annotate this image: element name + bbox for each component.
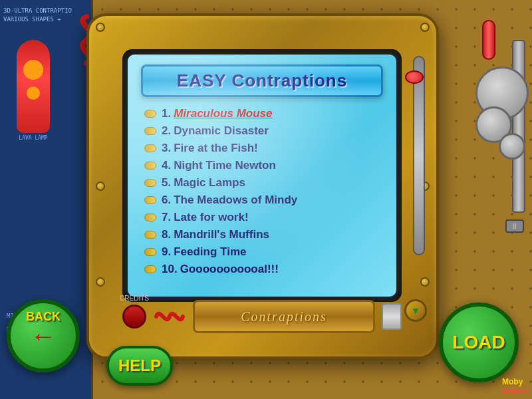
level-name: Late for work! xyxy=(174,211,248,224)
slider-down-arrow[interactable]: ▼ xyxy=(404,299,427,322)
level-name: The Meadows of Mindy xyxy=(174,194,297,207)
tv-screen: EASY Contraptions 1. Miraculous Mouse 2.… xyxy=(128,55,396,297)
screen-bezel: EASY Contraptions 1. Miraculous Mouse 2.… xyxy=(122,49,402,302)
list-item[interactable]: 8. Mandrill's Muffins xyxy=(141,226,383,243)
level-number: 3. xyxy=(162,142,171,155)
level-icon xyxy=(144,179,156,187)
level-icon xyxy=(144,196,156,204)
slider-track[interactable] xyxy=(413,56,425,255)
credits-button[interactable]: CREDITS xyxy=(122,305,146,329)
slider-knob[interactable] xyxy=(405,70,424,84)
rivet xyxy=(96,182,105,191)
level-name: Dynamic Disaster xyxy=(174,124,269,138)
level-icon xyxy=(144,248,156,256)
level-number: 5. xyxy=(162,176,171,190)
level-number: 1. xyxy=(162,107,171,120)
level-number: 8. xyxy=(162,228,171,241)
list-item[interactable]: 6. The Meadows of Mindy xyxy=(141,192,383,209)
level-icon xyxy=(144,144,156,152)
level-name: Gooooooooooal!!! xyxy=(180,263,279,276)
load-label: LOAD xyxy=(452,332,505,353)
rivet xyxy=(96,277,105,287)
logo-plate: Contraptions xyxy=(193,300,375,333)
tv-bottom-controls: CREDITS Contraptions xyxy=(122,287,402,346)
level-number: 2. xyxy=(162,124,171,138)
screen-title: EASY Contraptions xyxy=(177,70,347,90)
list-item[interactable]: 10. Gooooooooooal!!! xyxy=(141,261,383,278)
tv-monitor: EASY Contraptions 1. Miraculous Mouse 2.… xyxy=(86,13,439,359)
list-item[interactable]: 1. Miraculous Mouse xyxy=(141,105,383,122)
list-item[interactable]: 9. Feeding Time xyxy=(141,243,383,261)
level-icon xyxy=(144,162,156,170)
level-name: Magic Lamps xyxy=(174,176,245,190)
level-number: 6. xyxy=(162,194,171,207)
level-icon xyxy=(144,127,156,135)
bottom-squiggle xyxy=(153,303,186,330)
load-button[interactable]: LOAD xyxy=(439,303,525,382)
level-icon xyxy=(144,110,156,118)
help-label: HELP xyxy=(118,356,161,375)
rivet xyxy=(96,23,105,32)
help-button[interactable]: HELP xyxy=(106,346,173,386)
pause-button[interactable]: II xyxy=(505,219,524,233)
level-icon xyxy=(144,231,156,239)
back-arrow-icon: ← xyxy=(30,323,57,349)
list-item[interactable]: 7. Late for work! xyxy=(141,209,383,226)
pipe-decoration xyxy=(382,303,402,330)
level-number: 9. xyxy=(162,245,171,259)
list-item[interactable]: 3. Fire at the Fish! xyxy=(141,140,383,157)
blueprint-label: 3D-ULTRA CONTRAPTIOVARIOUS SHAPES + xyxy=(3,7,72,23)
level-icon xyxy=(144,265,156,273)
logo-text: Contraptions xyxy=(241,309,327,325)
list-item[interactable]: 2. Dynamic Disaster xyxy=(141,122,383,140)
level-name: Feeding Time xyxy=(174,245,246,259)
credits-label: CREDITS xyxy=(120,295,149,302)
level-name: Mandrill's Muffins xyxy=(174,228,269,241)
back-label: BACK xyxy=(26,310,61,324)
games-text: Games xyxy=(502,386,529,396)
level-number: 10. xyxy=(162,263,178,276)
lava-lamp-decoration: LAVA LAMP xyxy=(7,40,60,160)
level-name: Fire at the Fish! xyxy=(174,142,258,155)
title-banner: EASY Contraptions xyxy=(141,65,383,97)
gear-small xyxy=(499,133,525,160)
moby-text: Moby xyxy=(502,377,523,386)
rivet xyxy=(420,23,430,32)
pipe-top-right xyxy=(482,20,495,60)
level-name: Miraculous Mouse xyxy=(174,107,272,120)
level-number: 4. xyxy=(162,159,171,172)
back-button[interactable]: BACK ← xyxy=(7,299,86,379)
level-number: 7. xyxy=(162,211,171,224)
vertical-bar xyxy=(512,40,525,213)
list-item[interactable]: 4. Night Time Newton xyxy=(141,157,383,174)
level-icon xyxy=(144,213,156,221)
list-item[interactable]: 5. Magic Lamps xyxy=(141,174,383,192)
moby-watermark: Moby Games xyxy=(502,377,529,396)
right-controls: ▼ xyxy=(395,56,428,295)
level-name: Night Time Newton xyxy=(174,159,276,172)
credits-container: CREDITS xyxy=(122,305,146,329)
level-list: 1. Miraculous Mouse 2. Dynamic Disaster … xyxy=(141,105,383,278)
